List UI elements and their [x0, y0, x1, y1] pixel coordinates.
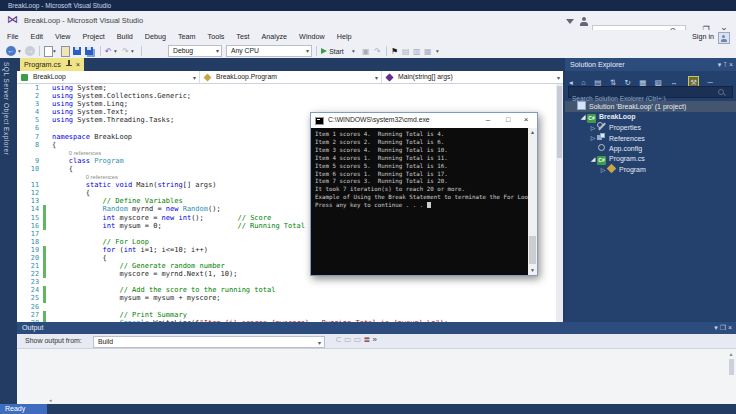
close-icon[interactable]: ×	[728, 324, 732, 331]
solution-configurations-combo[interactable]: Debug▾	[168, 45, 222, 57]
code-line-25: 25 mysum = mysum + myscore;	[17, 294, 556, 302]
cmd-maximize-button[interactable]: □	[499, 113, 517, 128]
go-to-previous-message-icon[interactable]: ▭	[344, 335, 352, 344]
feedback-icon[interactable]	[566, 19, 574, 24]
navigate-back-button[interactable]: ←	[6, 46, 16, 56]
menu-item-file[interactable]: File	[5, 30, 21, 44]
start-debugging-button[interactable]: Start	[321, 46, 344, 57]
comment-icon[interactable]: ▤	[402, 46, 410, 57]
menu-item-debug[interactable]: Debug	[143, 30, 168, 44]
redo-dropdown[interactable]: ▾	[131, 46, 134, 57]
scroll-down-icon[interactable]: ▼	[528, 266, 537, 275]
background-window-titlebar: BreakLoop - Microsoft Visual Studio	[0, 0, 736, 11]
start-dropdown[interactable]: ▾	[352, 46, 355, 57]
editor-scrollbar[interactable]	[556, 84, 563, 322]
scrollbar-thumb[interactable]	[557, 86, 562, 158]
window-position-dropdown-icon[interactable]: ▾	[718, 61, 722, 68]
tree-item-references[interactable]: ▷References	[565, 133, 736, 144]
console-line: Item 6 scores 1. Running Total is 17.	[315, 171, 531, 179]
scrollbar-thumb[interactable]	[529, 236, 536, 264]
titlebar[interactable]: ⋈ BreakLoop - Microsoft Visual Studio Qu…	[0, 11, 736, 31]
scrollbar-thumb[interactable]	[729, 359, 734, 375]
tree-item-solution-breakloop-1-project[interactable]: Solution 'BreakLoop' (1 project)	[565, 101, 736, 112]
menu-item-view[interactable]: View	[53, 30, 72, 44]
solution-explorer-titlebar[interactable]: Solution Explorer ▾ ⊺ ×	[565, 58, 736, 71]
solution-explorer-search-input[interactable]: Search Solution Explorer (Ctrl+;)	[568, 86, 733, 98]
tree-item-app-config[interactable]: App.config	[565, 143, 736, 154]
menu-item-build[interactable]: Build	[115, 30, 135, 44]
type-dropdown[interactable]: BreakLoop.Program▾	[200, 71, 382, 83]
member-dropdown[interactable]: Main(string[] args)▾	[382, 71, 563, 83]
find-message-icon[interactable]: ⊂	[335, 335, 342, 344]
scroll-up-icon[interactable]: ▲	[528, 128, 537, 137]
save-all-icon[interactable]	[85, 47, 93, 55]
toolbar-separator	[141, 46, 142, 56]
project-dropdown[interactable]: BreakLoop▾	[17, 71, 200, 83]
bookmark-flag-icon[interactable]: ⚑	[391, 46, 398, 57]
save-icon[interactable]	[73, 47, 81, 55]
pin-icon[interactable]: ⊺	[723, 61, 727, 68]
expander-icon[interactable]: ▷	[589, 123, 597, 134]
add-item-icon[interactable]	[61, 46, 70, 57]
step-over-icon[interactable]: ↷	[374, 46, 381, 57]
profile-photo-icon[interactable]	[718, 32, 730, 44]
menu-item-analyze[interactable]: Analyze	[260, 30, 290, 44]
sql-server-object-explorer-tab[interactable]: SQL Server Object Explorer	[0, 58, 17, 404]
pin-icon[interactable]	[66, 60, 72, 67]
code-line-1: 1using System;	[17, 84, 556, 92]
solution-platforms-combo[interactable]: Any CPU▾	[226, 45, 312, 57]
toolbar-options-dropdown[interactable]: ▾	[436, 46, 439, 57]
menu-item-test[interactable]: Test	[234, 30, 251, 44]
cmd-scrollbar[interactable]: ▲ ▼	[528, 128, 537, 275]
window-position-dropdown-icon[interactable]: ▾	[714, 324, 718, 331]
cmd-minimize-button[interactable]: –	[479, 113, 497, 128]
output-titlebar[interactable]: Output ▾ ❐ ×	[17, 322, 736, 334]
new-file-icon[interactable]	[44, 46, 53, 57]
menu-item-project[interactable]: Project	[80, 30, 106, 44]
tree-item-program[interactable]: ▷Program	[565, 164, 736, 175]
output-vertical-scrollbar[interactable]: ▲	[727, 351, 735, 403]
vs-window: BreakLoop - Microsoft Visual Studio ⋈ Br…	[0, 0, 736, 414]
menu-item-team[interactable]: Team	[176, 30, 198, 44]
maximize-icon[interactable]: ❐	[720, 324, 726, 331]
close-icon[interactable]: ×	[729, 61, 733, 68]
profiler-icon[interactable]: ▣	[362, 46, 370, 57]
toggle-word-wrap-icon[interactable]: »	[372, 335, 376, 344]
clear-all-icon[interactable]: ≣	[364, 335, 371, 344]
menu-item-tools[interactable]: Tools	[206, 30, 227, 44]
cmd-console-window[interactable]: C:\WINDOWS\system32\cmd.exe – □ × Item 1…	[310, 112, 538, 276]
expander-icon[interactable]: ◢	[579, 112, 587, 123]
cmd-close-button[interactable]: ×	[517, 113, 535, 128]
tree-item-label: BreakLoop	[599, 113, 636, 120]
uncomment-icon[interactable]: ▥	[413, 46, 421, 57]
undo-icon[interactable]: ↶	[105, 46, 112, 57]
navigate-forward-button[interactable]: →	[25, 46, 35, 56]
expander-icon[interactable]: ◢	[589, 154, 597, 165]
scroll-left-icon[interactable]: ◂	[49, 397, 52, 403]
sign-in-link[interactable]: Sign in	[692, 30, 714, 44]
menu-item-help[interactable]: Help	[335, 30, 354, 44]
account-icon[interactable]	[579, 17, 588, 26]
output-content[interactable]	[17, 349, 736, 404]
cmd-titlebar[interactable]: C:\WINDOWS\system32\cmd.exe – □ ×	[311, 113, 537, 128]
close-tab-icon[interactable]: ×	[76, 60, 80, 69]
tree-item-program-cs[interactable]: ◢C#Program.cs	[565, 154, 736, 165]
expander-icon[interactable]: ▷	[589, 133, 597, 144]
tree-item-properties[interactable]: ▷Properties	[565, 122, 736, 133]
output-source-combo[interactable]: Build▾	[93, 336, 325, 348]
navigate-back-dropdown[interactable]: ▾	[18, 46, 21, 57]
gutter	[43, 278, 46, 286]
console-line: Item 4 scores 1. Running Total is 11.	[315, 155, 531, 163]
menu-item-window[interactable]: Window	[297, 30, 327, 44]
go-to-next-message-icon[interactable]: ▭	[354, 335, 362, 344]
expander-icon[interactable]: ▷	[599, 165, 607, 176]
new-file-dropdown[interactable]: ▾	[53, 46, 56, 57]
tab-program-cs[interactable]: Program.cs×	[20, 58, 84, 71]
scroll-up-icon[interactable]: ▲	[727, 351, 735, 357]
line-number: 8	[17, 141, 43, 149]
redo-icon[interactable]: ↷	[122, 46, 129, 57]
undo-dropdown[interactable]: ▾	[114, 46, 117, 57]
indent-icon[interactable]: ▦	[424, 46, 432, 57]
tree-item-breakloop[interactable]: ◢C#BreakLoop	[565, 112, 736, 123]
menu-item-edit[interactable]: Edit	[29, 30, 45, 44]
